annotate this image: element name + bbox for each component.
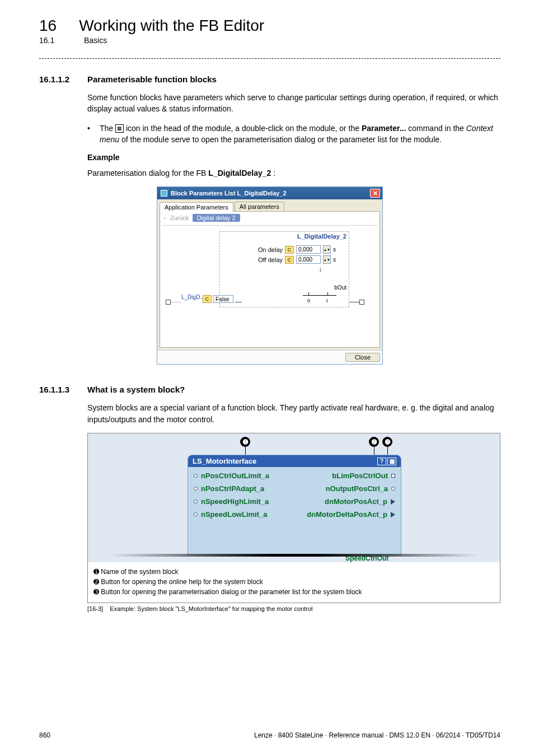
footer-info: Lenze · 8400 StateLine · Reference manua… (254, 731, 500, 739)
note-3: Button for opening the parameterisation … (101, 588, 362, 596)
tab-app-params[interactable]: Application Parameters (160, 202, 233, 212)
input-signal-name: L_DigD.. (181, 294, 203, 300)
note-1: Name of the system block (101, 568, 178, 576)
para-2: System blocks are a special variant of a… (87, 402, 500, 425)
bullet-post2: of the module serve to open the paramete… (121, 135, 442, 144)
subsection-number-2: 16.1.1.3 (39, 385, 75, 394)
bullet-bold: Parameter... (362, 124, 406, 133)
subsection-title-1: Parameterisable function blocks (87, 74, 217, 84)
callout-3: ➌ (382, 437, 392, 447)
example-line-bold: L_DigitalDelay_2 (208, 169, 271, 178)
output-port (391, 499, 395, 505)
on-delay-input[interactable]: 0,000 (296, 245, 321, 254)
on-delay-c-button[interactable]: C (285, 246, 294, 254)
parameter-dialog: Block Parameters List L_DigitalDelay_2 ✕… (157, 186, 383, 365)
input-port (194, 500, 198, 503)
t-zero: 0 (307, 298, 310, 304)
t-axis: t (326, 298, 328, 304)
system-block-figure: ➊ ➋ ➌ LS_MotorInterface ? ▦ nPosCtrlOutL… (87, 433, 500, 603)
para-1: Some function blocks have parameters whi… (87, 92, 500, 115)
arrow-down-icon: ↓ (318, 265, 322, 273)
bullet-post1: command in the (408, 124, 466, 133)
sb-output-1: nOutputPosCtrl_a (326, 484, 388, 493)
off-delay-label: Off delay (257, 256, 283, 263)
example-line-pre: Parameterisation dialog for the FB (87, 169, 208, 178)
section-title: Basics (84, 36, 107, 45)
sb-output-2: dnMotorPosAct_p (325, 497, 387, 506)
chapter-title: Working with the FB Editor (79, 17, 264, 35)
system-block: LS_MotorInterface ? ▦ nPosCtrlOutLimit_a… (188, 455, 401, 556)
off-delay-c-button[interactable]: C (285, 256, 294, 264)
on-delay-spinner[interactable]: ▲▼ (323, 245, 331, 254)
callout-1: ➊ (240, 437, 250, 447)
b-out-label: bOut (334, 284, 346, 291)
fb-block: L_DigitalDelay_2 On delay C 0,000 ▲▼ s O… (219, 231, 349, 307)
bullet-pre: The (100, 124, 115, 133)
close-button[interactable]: Close (345, 353, 380, 362)
input-c-button[interactable]: C (203, 295, 212, 303)
on-delay-label: On delay (257, 246, 283, 253)
output-port (391, 474, 395, 478)
example-label: Example (87, 153, 500, 162)
timing-diagram: 0 t (303, 277, 339, 301)
input-port (194, 474, 198, 478)
page-number: 860 (39, 731, 50, 739)
output-port (359, 300, 364, 305)
input-port (194, 487, 198, 491)
sb-output-3: dnMotorDeltaPosAct_p (307, 510, 387, 519)
figure-notes: ➊ Name of the system block ➋ Button for … (88, 562, 500, 603)
example-line: Parameterisation dialog for the FB L_Dig… (87, 167, 500, 179)
diagram-pane: L_DigitalDelay_2 On delay C 0,000 ▲▼ s O… (162, 225, 377, 345)
dialog-title: Block Parameters List L_DigitalDelay_2 (171, 190, 287, 197)
off-delay-spinner[interactable]: ▲▼ (323, 255, 331, 264)
chapter-number: 16 (39, 17, 57, 35)
sb-input-0: nPosCtrlOutLimit_a (201, 472, 269, 480)
subsection-title-2: What is a system block? (87, 385, 185, 394)
app-icon (161, 190, 167, 197)
note-2: Button for opening the online help for t… (101, 578, 263, 586)
separator (39, 58, 500, 59)
callout-2: ➋ (369, 437, 379, 447)
system-block-name: LS_MotorInterface (193, 457, 256, 465)
bullet-text: The ▦ icon in the head of the module, a … (100, 123, 500, 146)
input-value[interactable]: False (213, 295, 233, 303)
fade-line (88, 554, 500, 557)
example-line-post: : (273, 169, 275, 178)
breadcrumb-tab[interactable]: Digital delay 2 (193, 214, 240, 222)
tab-all-params[interactable]: All parameters (235, 202, 284, 211)
help-icon[interactable]: ? (377, 458, 386, 465)
section-number: 16.1 (39, 36, 62, 45)
off-delay-input[interactable]: 0,000 (296, 255, 321, 264)
sb-input-2: nSpeedHighLimit_a (201, 497, 269, 506)
parameters-icon[interactable]: ▦ (387, 458, 396, 465)
figure-caption: Example: System block "LS_MotorInterface… (110, 605, 312, 612)
parameters-icon: ▦ (115, 124, 124, 133)
dialog-titlebar[interactable]: Block Parameters List L_DigitalDelay_2 ✕ (157, 187, 382, 199)
sb-input-3: nSpeedLowLimit_a (201, 510, 267, 519)
off-delay-unit: s (333, 256, 336, 263)
back-label: Zurück (170, 214, 189, 221)
arrow-left-icon: ← (162, 214, 168, 221)
input-port (194, 512, 198, 516)
back-button[interactable]: ← Zurück (162, 214, 189, 221)
on-delay-unit: s (333, 246, 336, 253)
output-port (391, 487, 395, 491)
bullet-dot: • (87, 123, 94, 146)
sb-input-1: nPosCtrlPAdapt_a (201, 484, 264, 493)
input-port (166, 300, 171, 305)
output-port (391, 512, 395, 517)
fb-name: L_DigitalDelay_2 (297, 233, 346, 240)
subsection-number-1: 16.1.1.2 (39, 74, 75, 84)
figure-ref: [16-3] (87, 605, 103, 612)
bullet-mid: icon in the head of the module, a double… (126, 124, 362, 133)
close-icon[interactable]: ✕ (370, 189, 380, 198)
sb-output-0: bLimPosCtrlOut (332, 472, 388, 480)
